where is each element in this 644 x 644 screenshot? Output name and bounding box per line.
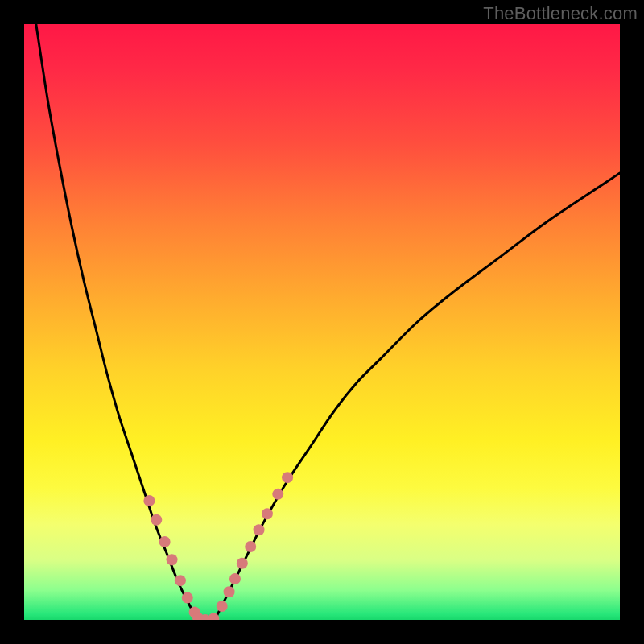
curves-group	[36, 24, 620, 620]
bead-right-1	[224, 586, 235, 597]
series-right-curve	[215, 173, 620, 620]
bead-right-4	[245, 541, 256, 552]
bead-right-7	[272, 489, 283, 500]
watermark-label: TheBottleneck.com	[483, 3, 638, 24]
plot-area	[24, 24, 620, 620]
bead-right-6	[262, 508, 273, 519]
bead-right-8	[282, 472, 293, 483]
bead-right-2	[229, 573, 241, 584]
bead-right-0	[217, 601, 228, 612]
curve-svg-layer	[24, 24, 620, 620]
bead-right-5	[254, 524, 265, 535]
bead-left-3	[167, 554, 178, 565]
series-left-curve	[36, 24, 197, 620]
bead-left-0	[143, 495, 155, 506]
bead-left-4	[175, 575, 186, 586]
chart-stage: TheBottleneck.com	[0, 0, 644, 644]
bead-left-5	[182, 592, 193, 604]
bead-left-1	[151, 514, 162, 526]
bead-right-3	[237, 558, 248, 569]
beads-group	[143, 472, 293, 620]
bead-left-2	[159, 536, 171, 547]
